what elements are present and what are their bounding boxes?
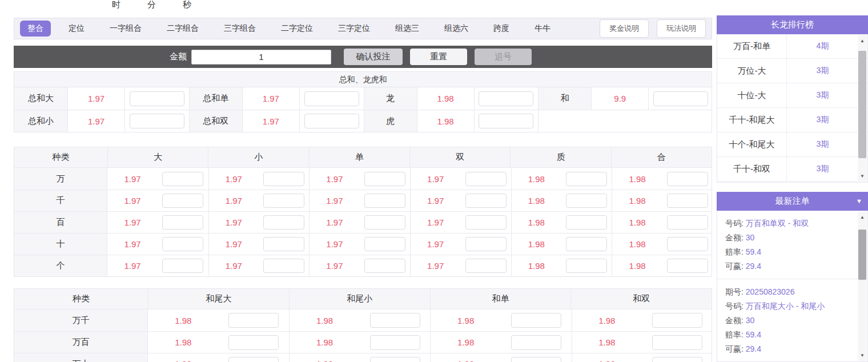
scroll-up-icon[interactable]: ▲: [858, 212, 867, 222]
bet-input[interactable]: [465, 237, 507, 251]
odds-value: 1.97: [242, 87, 299, 110]
bet-input[interactable]: [465, 194, 507, 208]
tab-zuxuan3[interactable]: 组选三: [388, 21, 427, 37]
bet-input[interactable]: [465, 215, 507, 230]
bet-input[interactable]: [652, 313, 702, 328]
scrollbar-thumb[interactable]: [858, 230, 866, 280]
bet-input[interactable]: [263, 172, 304, 186]
odds-value: 1.97: [107, 168, 158, 190]
bet-input[interactable]: [130, 114, 184, 128]
bet-input-cell: [460, 234, 511, 255]
confirm-bet-button[interactable]: 确认投注: [344, 49, 403, 65]
dragon-scrollbar[interactable]: ▲ ▼: [858, 35, 867, 182]
bet-input[interactable]: [263, 259, 304, 273]
bet-input[interactable]: [511, 357, 561, 362]
dragon-ranking-list: 万百-和单 4期 万位-大 3期 十位-大 3期 千十-和尾大 3期 十个-和尾…: [717, 34, 868, 183]
table-row: 个 1.97 1.97 1.97 1.97 1.98 1.98: [14, 255, 712, 276]
bet-input[interactable]: [364, 194, 405, 208]
dragon-row[interactable]: 十位-大 3期: [717, 83, 867, 108]
scroll-up-icon[interactable]: ▲: [858, 36, 867, 45]
bet-input[interactable]: [130, 91, 184, 106]
dragon-row[interactable]: 十个-和尾大 3期: [717, 132, 867, 157]
bet-input[interactable]: [370, 357, 420, 362]
play-info-button[interactable]: 玩法说明: [657, 19, 706, 38]
tab-zuxuan6[interactable]: 组选六: [437, 21, 476, 37]
tab-sanzi-zuhe[interactable]: 三字组合: [216, 21, 263, 37]
bet-option-label: 总和单: [189, 87, 242, 110]
odds-value: 1.98: [430, 309, 501, 331]
odds-value: 1.97: [410, 190, 460, 211]
odds-value: 1.98: [572, 332, 642, 353]
bet-input-cell: [662, 255, 713, 276]
bet-input-cell: [474, 110, 539, 132]
bet-input[interactable]: [162, 194, 203, 208]
bet-input[interactable]: [566, 259, 607, 273]
bet-input[interactable]: [465, 172, 507, 186]
bet-input[interactable]: [263, 237, 304, 251]
bet-input[interactable]: [479, 114, 533, 128]
bet-input[interactable]: [667, 215, 708, 230]
bet-input[interactable]: [162, 259, 203, 273]
bet-input[interactable]: [511, 313, 561, 328]
bet-input[interactable]: [364, 237, 405, 251]
amount-input[interactable]: [191, 50, 331, 65]
bet-input[interactable]: [304, 91, 359, 106]
dragon-row[interactable]: 万百-和单 4期: [717, 34, 867, 59]
bonus-info-button[interactable]: 奖金说明: [600, 19, 649, 38]
bet-input[interactable]: [364, 259, 405, 273]
bet-input[interactable]: [263, 215, 304, 230]
bet-input[interactable]: [263, 194, 304, 208]
tab-zhenghe[interactable]: 整合: [20, 21, 51, 37]
scrollbar-thumb[interactable]: [858, 51, 866, 158]
tab-yizi-zuhe[interactable]: 一字组合: [102, 21, 149, 37]
orders-scrollbar[interactable]: ▲ ▼: [858, 211, 867, 361]
scroll-down-icon[interactable]: ▼: [858, 171, 867, 180]
column-header: 和单: [430, 289, 571, 309]
tab-niuniu[interactable]: 牛牛: [527, 21, 558, 37]
bet-input[interactable]: [479, 91, 533, 106]
bet-input[interactable]: [228, 357, 279, 362]
bet-input[interactable]: [667, 237, 708, 251]
bet-input[interactable]: [566, 194, 607, 208]
bet-input[interactable]: [228, 335, 279, 350]
order-entry: 号码: 万百和单双 - 和双 金额: 30 赔率: 59.4 可赢: 29.4: [717, 211, 867, 279]
tab-dingwei[interactable]: 定位: [61, 21, 92, 37]
tab-kuadu[interactable]: 跨度: [486, 21, 517, 37]
bet-input[interactable]: [162, 172, 203, 186]
bet-input[interactable]: [566, 172, 607, 186]
bet-input[interactable]: [162, 215, 203, 230]
bet-input[interactable]: [667, 259, 708, 273]
tab-erzi-dingwei[interactable]: 二字定位: [274, 21, 320, 37]
bet-input[interactable]: [370, 313, 420, 328]
bet-input[interactable]: [566, 237, 607, 251]
bet-input[interactable]: [667, 194, 708, 208]
tab-sanzi-dingwei[interactable]: 三字定位: [331, 21, 377, 37]
dragon-row[interactable]: 万位-大 3期: [717, 59, 867, 83]
bet-input[interactable]: [370, 335, 420, 350]
bet-input[interactable]: [652, 357, 702, 362]
dragon-row[interactable]: 千十-和尾大 3期: [717, 108, 867, 132]
order-line: 期号: 20250823026: [725, 285, 859, 299]
dropdown-caret-icon[interactable]: ▼: [856, 198, 862, 204]
bet-input[interactable]: [465, 259, 507, 273]
bet-input[interactable]: [653, 91, 708, 106]
odds-value: 1.97: [410, 234, 460, 255]
bet-input[interactable]: [304, 114, 359, 128]
bet-input[interactable]: [228, 313, 279, 328]
bet-input[interactable]: [511, 335, 561, 350]
bet-input[interactable]: [162, 237, 203, 251]
reset-button[interactable]: 重置: [410, 49, 467, 65]
odds-value: 1.97: [410, 212, 460, 233]
bet-input[interactable]: [364, 215, 405, 230]
bet-input[interactable]: [566, 215, 607, 230]
dragon-row[interactable]: 千十-和双 3期: [717, 157, 867, 182]
order-field-label: 期号:: [725, 287, 744, 296]
column-header: 小: [208, 147, 308, 167]
odds-value: 1.98: [511, 212, 561, 233]
chase-number-button[interactable]: 追号: [475, 49, 532, 65]
bet-input[interactable]: [364, 172, 405, 186]
tab-erzi-zuhe[interactable]: 二字组合: [159, 21, 206, 37]
bet-input[interactable]: [667, 172, 708, 186]
scroll-down-icon[interactable]: ▼: [858, 351, 867, 360]
bet-input[interactable]: [652, 335, 702, 350]
